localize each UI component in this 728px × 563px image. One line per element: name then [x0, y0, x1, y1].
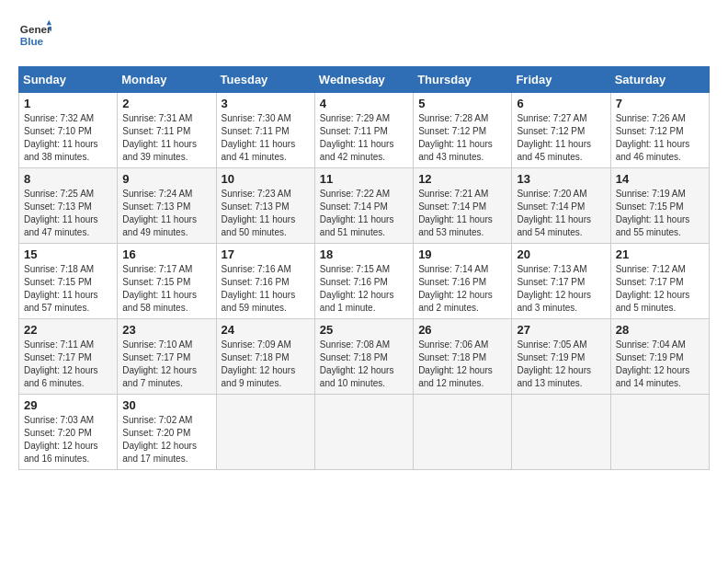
calendar-cell: 7Sunrise: 7:26 AM Sunset: 7:12 PM Daylig… [610, 93, 709, 168]
calendar-cell: 21Sunrise: 7:12 AM Sunset: 7:17 PM Dayli… [610, 244, 709, 319]
calendar-cell [512, 395, 610, 470]
calendar-cell: 12Sunrise: 7:21 AM Sunset: 7:14 PM Dayli… [414, 168, 512, 244]
day-number: 17 [222, 247, 310, 261]
calendar-cell: 23Sunrise: 7:10 AM Sunset: 7:17 PM Dayli… [118, 319, 216, 395]
day-number: 19 [418, 247, 506, 261]
calendar-cell: 10Sunrise: 7:23 AM Sunset: 7:13 PM Dayli… [216, 168, 314, 244]
day-info: Sunrise: 7:24 AM Sunset: 7:13 PM Dayligh… [122, 188, 210, 239]
calendar-cell: 18Sunrise: 7:15 AM Sunset: 7:16 PM Dayli… [314, 244, 413, 319]
calendar-cell: 3Sunrise: 7:30 AM Sunset: 7:11 PM Daylig… [216, 93, 314, 168]
calendar-cell: 11Sunrise: 7:22 AM Sunset: 7:14 PM Dayli… [314, 168, 413, 244]
day-number: 8 [24, 172, 112, 186]
weekday-header-friday: Friday [512, 67, 610, 93]
day-info: Sunrise: 7:18 AM Sunset: 7:15 PM Dayligh… [24, 263, 112, 315]
calendar-week-row: 1Sunrise: 7:32 AM Sunset: 7:10 PM Daylig… [19, 93, 710, 168]
day-info: Sunrise: 7:02 AM Sunset: 7:20 PM Dayligh… [122, 414, 210, 465]
day-number: 4 [320, 97, 408, 110]
weekday-header-wednesday: Wednesday [314, 67, 413, 93]
calendar-cell: 16Sunrise: 7:17 AM Sunset: 7:15 PM Dayli… [118, 244, 216, 319]
calendar-week-row: 15Sunrise: 7:18 AM Sunset: 7:15 PM Dayli… [19, 244, 710, 319]
weekday-header-thursday: Thursday [414, 67, 512, 93]
day-number: 30 [122, 398, 210, 412]
day-number: 25 [320, 323, 408, 337]
day-info: Sunrise: 7:23 AM Sunset: 7:13 PM Dayligh… [222, 188, 310, 239]
calendar-cell: 13Sunrise: 7:20 AM Sunset: 7:14 PM Dayli… [512, 168, 610, 244]
day-info: Sunrise: 7:26 AM Sunset: 7:12 PM Dayligh… [616, 112, 704, 164]
day-info: Sunrise: 7:13 AM Sunset: 7:17 PM Dayligh… [517, 263, 605, 315]
day-number: 10 [222, 172, 310, 186]
day-number: 6 [517, 97, 605, 110]
calendar-cell: 15Sunrise: 7:18 AM Sunset: 7:15 PM Dayli… [19, 244, 118, 319]
page-header: General Blue [18, 18, 710, 52]
day-number: 12 [418, 172, 506, 186]
day-info: Sunrise: 7:16 AM Sunset: 7:16 PM Dayligh… [222, 263, 310, 315]
calendar-week-row: 22Sunrise: 7:11 AM Sunset: 7:17 PM Dayli… [19, 319, 710, 395]
calendar-cell: 5Sunrise: 7:28 AM Sunset: 7:12 PM Daylig… [414, 93, 512, 168]
day-number: 21 [616, 247, 704, 261]
day-info: Sunrise: 7:20 AM Sunset: 7:14 PM Dayligh… [517, 188, 605, 239]
day-number: 7 [616, 97, 704, 110]
day-info: Sunrise: 7:04 AM Sunset: 7:19 PM Dayligh… [616, 339, 704, 390]
calendar-cell: 8Sunrise: 7:25 AM Sunset: 7:13 PM Daylig… [19, 168, 118, 244]
calendar-cell: 19Sunrise: 7:14 AM Sunset: 7:16 PM Dayli… [414, 244, 512, 319]
day-number: 1 [24, 97, 112, 110]
day-number: 16 [122, 247, 210, 261]
calendar-cell: 20Sunrise: 7:13 AM Sunset: 7:17 PM Dayli… [512, 244, 610, 319]
day-info: Sunrise: 7:17 AM Sunset: 7:15 PM Dayligh… [122, 263, 210, 315]
calendar-cell [216, 395, 314, 470]
calendar-cell: 4Sunrise: 7:29 AM Sunset: 7:11 PM Daylig… [314, 93, 413, 168]
day-number: 29 [24, 398, 112, 412]
weekday-header-saturday: Saturday [610, 67, 709, 93]
day-info: Sunrise: 7:32 AM Sunset: 7:10 PM Dayligh… [24, 112, 112, 164]
calendar-cell: 28Sunrise: 7:04 AM Sunset: 7:19 PM Dayli… [610, 319, 709, 395]
day-info: Sunrise: 7:06 AM Sunset: 7:18 PM Dayligh… [418, 339, 506, 390]
calendar-week-row: 29Sunrise: 7:03 AM Sunset: 7:20 PM Dayli… [19, 395, 710, 470]
day-number: 9 [122, 172, 210, 186]
calendar-cell [314, 395, 413, 470]
calendar-cell: 26Sunrise: 7:06 AM Sunset: 7:18 PM Dayli… [414, 319, 512, 395]
calendar-cell: 22Sunrise: 7:11 AM Sunset: 7:17 PM Dayli… [19, 319, 118, 395]
day-info: Sunrise: 7:29 AM Sunset: 7:11 PM Dayligh… [320, 112, 408, 164]
calendar-cell: 29Sunrise: 7:03 AM Sunset: 7:20 PM Dayli… [19, 395, 118, 470]
day-number: 22 [24, 323, 112, 337]
day-info: Sunrise: 7:08 AM Sunset: 7:18 PM Dayligh… [320, 339, 408, 390]
day-info: Sunrise: 7:25 AM Sunset: 7:13 PM Dayligh… [24, 188, 112, 239]
calendar-cell: 24Sunrise: 7:09 AM Sunset: 7:18 PM Dayli… [216, 319, 314, 395]
calendar-cell: 1Sunrise: 7:32 AM Sunset: 7:10 PM Daylig… [19, 93, 118, 168]
day-number: 18 [320, 247, 408, 261]
weekday-header-tuesday: Tuesday [216, 67, 314, 93]
day-number: 26 [418, 323, 506, 337]
day-info: Sunrise: 7:14 AM Sunset: 7:16 PM Dayligh… [418, 263, 506, 315]
day-info: Sunrise: 7:19 AM Sunset: 7:15 PM Dayligh… [616, 188, 704, 239]
day-number: 23 [122, 323, 210, 337]
day-info: Sunrise: 7:30 AM Sunset: 7:11 PM Dayligh… [222, 112, 310, 164]
logo: General Blue [18, 18, 51, 52]
day-info: Sunrise: 7:28 AM Sunset: 7:12 PM Dayligh… [418, 112, 506, 164]
calendar-cell [414, 395, 512, 470]
day-info: Sunrise: 7:09 AM Sunset: 7:18 PM Dayligh… [222, 339, 310, 390]
day-number: 27 [517, 323, 605, 337]
calendar-table: SundayMondayTuesdayWednesdayThursdayFrid… [18, 66, 710, 470]
calendar-cell [610, 395, 709, 470]
day-number: 2 [122, 97, 210, 110]
calendar-header-row: SundayMondayTuesdayWednesdayThursdayFrid… [19, 67, 710, 93]
weekday-header-sunday: Sunday [19, 67, 118, 93]
day-info: Sunrise: 7:03 AM Sunset: 7:20 PM Dayligh… [24, 414, 112, 465]
calendar-cell: 2Sunrise: 7:31 AM Sunset: 7:11 PM Daylig… [118, 93, 216, 168]
day-info: Sunrise: 7:05 AM Sunset: 7:19 PM Dayligh… [517, 339, 605, 390]
day-number: 11 [320, 172, 408, 186]
day-info: Sunrise: 7:11 AM Sunset: 7:17 PM Dayligh… [24, 339, 112, 390]
calendar-cell: 25Sunrise: 7:08 AM Sunset: 7:18 PM Dayli… [314, 319, 413, 395]
calendar-cell: 14Sunrise: 7:19 AM Sunset: 7:15 PM Dayli… [610, 168, 709, 244]
logo-icon: General Blue [18, 18, 51, 52]
day-info: Sunrise: 7:27 AM Sunset: 7:12 PM Dayligh… [517, 112, 605, 164]
day-info: Sunrise: 7:12 AM Sunset: 7:17 PM Dayligh… [616, 263, 704, 315]
day-info: Sunrise: 7:10 AM Sunset: 7:17 PM Dayligh… [122, 339, 210, 390]
weekday-header-monday: Monday [118, 67, 216, 93]
day-number: 20 [517, 247, 605, 261]
calendar-cell: 17Sunrise: 7:16 AM Sunset: 7:16 PM Dayli… [216, 244, 314, 319]
day-info: Sunrise: 7:31 AM Sunset: 7:11 PM Dayligh… [122, 112, 210, 164]
day-number: 5 [418, 97, 506, 110]
day-number: 3 [222, 97, 310, 110]
day-number: 24 [222, 323, 310, 337]
